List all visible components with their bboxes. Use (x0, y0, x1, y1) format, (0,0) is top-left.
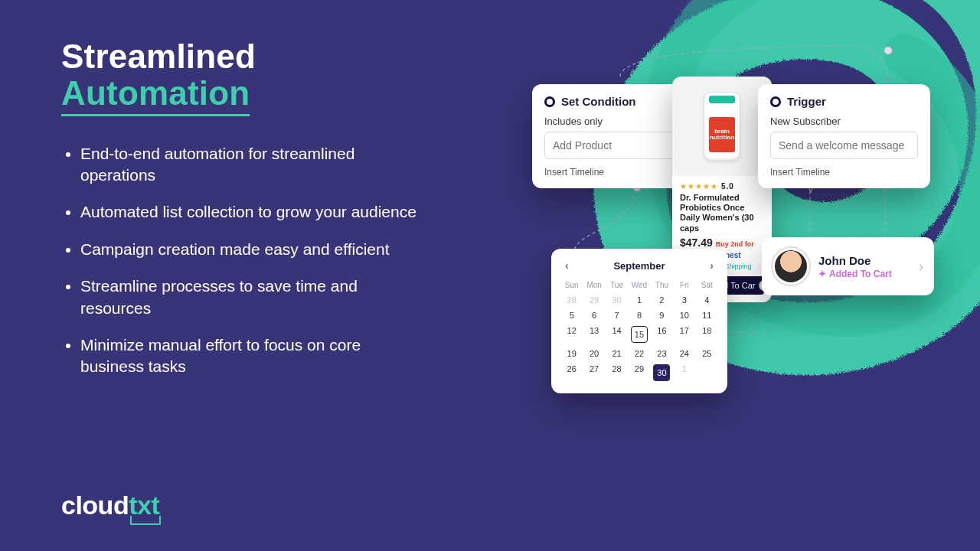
calendar-day[interactable]: 26 (560, 364, 583, 381)
trigger-insert-timeline-link[interactable]: Insert Timeline (770, 167, 918, 178)
calendar-day[interactable]: 23 (651, 349, 673, 358)
brand-logo-text-1: cloud (61, 491, 129, 520)
calendar-dow: Sat (696, 281, 718, 289)
feature-bullet: Campaign creation made easy and efficien… (80, 239, 421, 260)
calendar-day[interactable]: 8 (628, 311, 650, 320)
feature-bullet-list: End-to-end automation for streamlined op… (61, 143, 421, 378)
calendar-day[interactable]: 1 (628, 295, 650, 305)
trigger-message-input[interactable] (770, 132, 918, 159)
calendar-day[interactable]: 16 (651, 326, 673, 343)
calendar-day[interactable]: 13 (583, 326, 605, 343)
calendar-day[interactable]: 2 (651, 295, 673, 305)
calendar-day[interactable]: 12 (560, 326, 583, 343)
calendar-dow: Tue (606, 281, 628, 289)
calendar-day[interactable]: 5 (560, 311, 583, 320)
svg-point-0 (884, 47, 892, 54)
trigger-subtitle: New Subscriber (770, 116, 918, 127)
calendar-day[interactable]: 3 (673, 295, 695, 305)
calendar-day[interactable]: 17 (673, 326, 695, 343)
calendar-dow: Mon (583, 281, 605, 289)
calendar-day[interactable]: 22 (628, 349, 650, 358)
calendar-day[interactable]: 30 (653, 364, 670, 381)
calendar-day[interactable]: 4 (696, 295, 718, 305)
calendar-day[interactable]: 30 (606, 295, 628, 305)
calendar-dow: Wed (628, 281, 650, 289)
calendar-day[interactable]: 28 (560, 295, 583, 305)
calendar-grid: SunMonTueWedThuFriSat2829301234567891011… (560, 281, 718, 381)
calendar-day[interactable]: 28 (606, 364, 628, 381)
user-name: John Doe (818, 254, 892, 267)
product-name: Dr. Formulated Probiotics Once Daily Wom… (680, 193, 764, 233)
condition-title: Set Condition (561, 95, 636, 108)
calendar-day[interactable]: 20 (583, 349, 605, 358)
product-image: brain nutrition (672, 77, 772, 176)
calendar-prev-button[interactable]: ‹ (560, 258, 573, 273)
calendar-card: ‹ September › SunMonTueWedThuFriSat28293… (551, 249, 727, 393)
product-rating: ★★★★★5.0 (680, 182, 764, 191)
page-title-line1: Streamlined (61, 37, 256, 75)
trigger-icon (770, 96, 781, 107)
calendar-day[interactable]: 7 (606, 311, 628, 320)
calendar-day[interactable]: 29 (628, 364, 650, 381)
calendar-dow: Thu (651, 281, 673, 289)
calendar-day[interactable]: 29 (583, 295, 605, 305)
calendar-day[interactable]: 25 (696, 349, 718, 358)
trigger-title: Trigger (787, 95, 826, 108)
feature-bullet: Minimize manual effort to focus on core … (80, 334, 421, 378)
sparkle-icon: ✦ (818, 269, 826, 279)
calendar-day[interactable]: 24 (673, 349, 695, 358)
avatar (773, 248, 809, 285)
brand-logo-text-2: txt (129, 491, 159, 520)
feature-bullet: End-to-end automation for streamlined op… (80, 143, 421, 187)
feature-bullet: Automated list collection to grow your a… (80, 201, 421, 223)
calendar-day[interactable]: 1 (673, 364, 695, 381)
trigger-card: Trigger New Subscriber Insert Timeline (758, 84, 930, 188)
calendar-month-label: September (613, 260, 665, 272)
calendar-next-button[interactable]: › (705, 258, 718, 273)
brand-logo: cloudtxt (61, 491, 159, 520)
calendar-day[interactable]: 10 (673, 311, 695, 320)
calendar-day[interactable]: 19 (560, 349, 583, 358)
calendar-day[interactable]: 18 (696, 326, 718, 343)
calendar-day[interactable]: 15 (631, 326, 648, 343)
product-price: $47.49Buy 2nd for (680, 236, 764, 249)
page-title-line2: Automation (61, 75, 250, 116)
feature-bullet: Streamline processes to save time and re… (80, 276, 421, 319)
calendar-day[interactable]: 27 (583, 364, 605, 381)
user-event-label: Added To Cart (829, 269, 892, 279)
calendar-day[interactable]: 6 (583, 311, 605, 320)
condition-icon (544, 96, 555, 107)
calendar-day[interactable]: 21 (606, 349, 628, 358)
calendar-dow: Sun (560, 281, 583, 289)
page-title: Streamlined Automation (61, 38, 421, 116)
pill-label-line2: nutrition (710, 135, 734, 141)
calendar-day[interactable]: 14 (606, 326, 628, 343)
chevron-right-icon: › (919, 259, 923, 275)
calendar-dow: Fri (673, 281, 695, 289)
calendar-day[interactable]: 11 (696, 311, 718, 320)
user-event-card[interactable]: John Doe ✦ Added To Cart › (762, 237, 934, 295)
calendar-day[interactable]: 9 (651, 311, 673, 320)
